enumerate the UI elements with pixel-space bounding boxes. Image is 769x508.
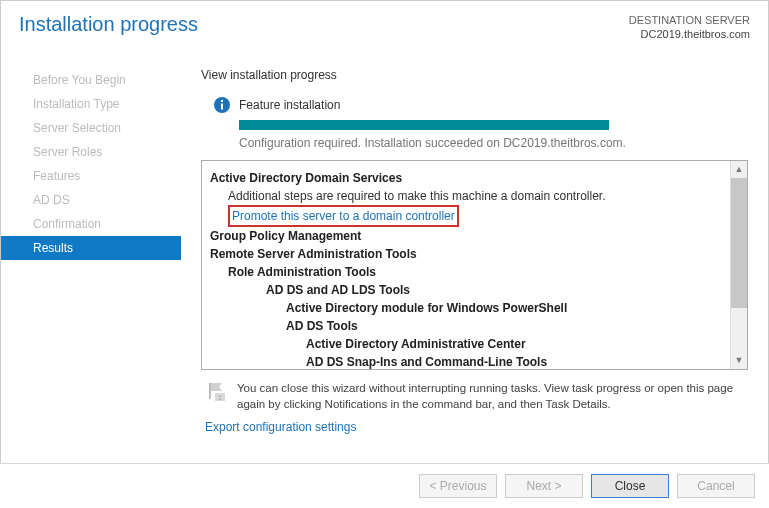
result-admodule: Active Directory module for Windows Powe… [210, 299, 727, 317]
sidebar-item-before: Before You Begin [1, 68, 181, 92]
footer-buttons: < Previous Next > Close Cancel [0, 463, 769, 508]
scroll-up-icon[interactable]: ▲ [731, 161, 747, 178]
destination-server: DESTINATION SERVER DC2019.theitbros.com [629, 13, 750, 42]
sidebar-item-features: Features [1, 164, 181, 188]
close-button[interactable]: Close [591, 474, 669, 498]
result-adtools: AD DS Tools [210, 317, 727, 335]
destination-label: DESTINATION SERVER [629, 13, 750, 27]
svg-rect-2 [221, 100, 223, 102]
sidebar-item-server-roles: Server Roles [1, 140, 181, 164]
result-adsnapins: AD DS Snap-Ins and Command-Line Tools [210, 353, 727, 370]
result-adds-note: Additional steps are required to make th… [210, 187, 727, 205]
scroll-down-icon[interactable]: ▼ [731, 352, 747, 369]
page-title: Installation progress [19, 13, 198, 36]
result-gpm: Group Policy Management [210, 227, 727, 245]
view-progress-title: View installation progress [201, 68, 748, 82]
next-button: Next > [505, 474, 583, 498]
progress-bar [239, 120, 609, 130]
close-wizard-note: You can close this wizard without interr… [237, 380, 744, 412]
promote-dc-link[interactable]: Promote this server to a domain controll… [232, 209, 455, 223]
result-adlds: AD DS and AD LDS Tools [210, 281, 727, 299]
svg-rect-1 [221, 103, 223, 109]
content-area: View installation progress Feature insta… [181, 52, 768, 434]
promote-highlight: Promote this server to a domain controll… [228, 205, 459, 227]
result-adcenter: Active Directory Administrative Center [210, 335, 727, 353]
result-rsat: Remote Server Administration Tools [210, 245, 727, 263]
result-adds-heading: Active Directory Domain Services [210, 169, 727, 187]
sidebar-item-server-selection: Server Selection [1, 116, 181, 140]
results-scrollbar[interactable]: ▲ ▼ [730, 161, 747, 369]
info-icon [213, 96, 231, 114]
feature-install-label: Feature installation [239, 98, 340, 112]
previous-button: < Previous [419, 474, 497, 498]
destination-value: DC2019.theitbros.com [629, 27, 750, 41]
export-config-link[interactable]: Export configuration settings [201, 416, 360, 434]
svg-rect-3 [209, 383, 211, 399]
wizard-sidebar: Before You Begin Installation Type Serve… [1, 52, 181, 434]
sidebar-item-install-type: Installation Type [1, 92, 181, 116]
flag-icon: 1 [205, 380, 227, 402]
sidebar-item-results: Results [1, 236, 181, 260]
scroll-thumb[interactable] [731, 178, 747, 308]
sidebar-item-adds: AD DS [1, 188, 181, 212]
results-box: Active Directory Domain Services Additio… [201, 160, 748, 370]
status-text: Configuration required. Installation suc… [201, 136, 748, 150]
result-rat: Role Administration Tools [210, 263, 727, 281]
svg-text:1: 1 [218, 393, 223, 402]
sidebar-item-confirmation: Confirmation [1, 212, 181, 236]
cancel-button: Cancel [677, 474, 755, 498]
